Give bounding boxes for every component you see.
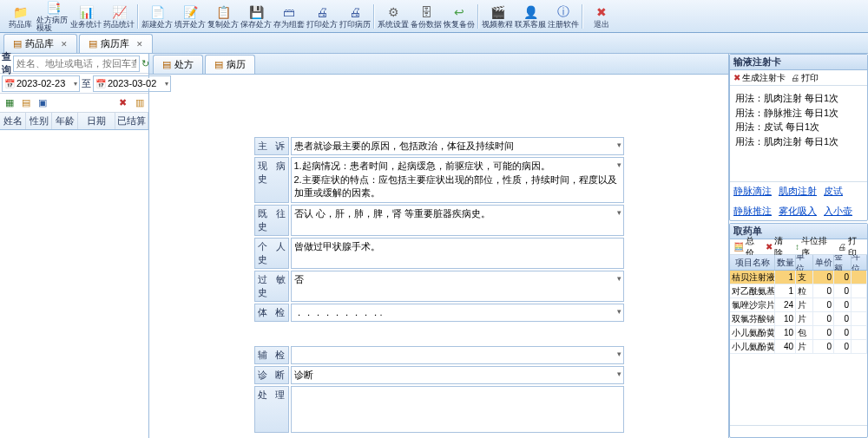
add-icon[interactable]: ▦ (3, 97, 15, 108)
search-label: 查询 (2, 50, 11, 76)
打印处方-icon: 🖨 (314, 4, 330, 20)
form-label-辅  检: 辅 检 (254, 346, 289, 364)
med-row[interactable]: 桔贝注射液1支00 (730, 271, 867, 284)
export-icon[interactable]: ▥ (134, 97, 145, 108)
form-field-处  理[interactable] (291, 386, 624, 433)
route-link-雾化吸入[interactable]: 雾化吸入 (779, 205, 817, 218)
toolbar-复制处方[interactable]: 📋复制处方 (207, 1, 240, 32)
form-label-过敏史: 过敏史 (254, 271, 289, 302)
med-row[interactable]: 对乙酰氨基…1粒00 (730, 284, 867, 298)
新建处方-icon: 📄 (149, 4, 165, 20)
edit-icon[interactable]: ▤ (20, 97, 31, 108)
toolbar-存为组套[interactable]: 🗃存为组套 (273, 1, 306, 32)
tab-药品库[interactable]: ▤药品库✕ (3, 34, 77, 53)
delete-icon[interactable]: ✖ (117, 97, 128, 108)
药品库-icon: 📁 (12, 4, 28, 20)
record-tab-病历[interactable]: ▤病历 (205, 55, 255, 74)
med-row[interactable]: 氯唑沙宗片24片00 (730, 298, 867, 312)
toolbar-处方病历模板[interactable]: 📑处方病历模板 (36, 1, 69, 32)
medication-list-panel: 取药单 🧮总价 ✖清除 ↕斗位排序 🖨打印 项目名称 数量 单位 单价 金额 斗… (729, 223, 868, 438)
form-label-诊  断: 诊 断 (254, 366, 289, 384)
injection-card-panel: 输液注射卡 ✖生成注射卡 🖨打印 用法：肌肉注射 每日1次用法：静脉推注 每日1… (729, 54, 868, 221)
injection-card-body: 用法：肌肉注射 每日1次用法：静脉推注 每日1次用法：皮试 每日1次用法：肌肉注… (730, 86, 867, 181)
calendar-icon: 📅 (4, 79, 15, 88)
处方病历模板-icon: 📑 (45, 1, 61, 16)
form-label-个人史: 个人史 (254, 238, 289, 269)
toolbar-药品统计[interactable]: 📈药品统计 (102, 1, 135, 32)
search-input[interactable] (13, 56, 140, 72)
联系客服-icon: 👤 (523, 4, 538, 20)
form-label-处  理: 处 理 (254, 386, 289, 433)
route-link-静脉推注[interactable]: 静脉推注 (733, 205, 772, 218)
toolbar-退出[interactable]: ✖退出 (585, 1, 618, 32)
form-field-过敏史[interactable]: 否▾ (291, 271, 624, 302)
toolbar-药品库[interactable]: 📁药品库 (3, 1, 36, 32)
toolbar-打印处方[interactable]: 🖨打印处方 (306, 1, 339, 32)
dropdown-icon[interactable]: ▾ (74, 80, 77, 88)
dropdown-icon[interactable]: ▾ (617, 349, 621, 360)
toolbar-注册软件[interactable]: ⓘ注册软件 (547, 1, 580, 32)
dropdown-icon[interactable]: ▾ (617, 160, 621, 171)
打印病历-icon: 🖨 (347, 4, 363, 20)
route-link-皮试[interactable]: 皮试 (824, 185, 843, 198)
toolbar-视频教程[interactable]: 🎬视频教程 (481, 1, 514, 32)
main-toolbar: 📁药品库📑处方病历模板📊业务统计📈药品统计📄新建处方📝填开处方📋复制处方💾保存处… (0, 0, 868, 33)
col-settled[interactable]: 已结算 (115, 113, 148, 129)
form-field-主  诉[interactable]: 患者就诊最主要的原因，包括政治，体征及持续时间▾ (291, 137, 624, 155)
toolbar-业务统计[interactable]: 📊业务统计 (69, 1, 102, 32)
form-field-现病史[interactable]: 1.起病情况：患者时间，起病缓急，前驱症状，可能的病因。2.主要症状的特点：应包… (291, 157, 624, 202)
col-date[interactable]: 日期 (78, 113, 115, 129)
dropdown-icon[interactable]: ▾ (617, 207, 621, 219)
date-from-input[interactable] (16, 78, 72, 88)
注册软件-icon: ⓘ (556, 4, 571, 20)
med-row[interactable]: 双氯芬酸钠…10片00 (730, 312, 867, 326)
record-tab-处方[interactable]: ▤处方 (153, 55, 203, 74)
calendar-icon: 📅 (95, 79, 106, 88)
form-label-现病史: 现病史 (254, 157, 289, 202)
toolbar-新建处方[interactable]: 📄新建处方 (141, 1, 174, 32)
视频教程-icon: 🎬 (490, 4, 505, 20)
toolbar-打印病历[interactable]: 🖨打印病历 (339, 1, 372, 32)
col-sex[interactable]: 性别 (26, 113, 52, 129)
col-name[interactable]: 姓名 (0, 113, 26, 129)
tab-病历库[interactable]: ▤病历库✕ (79, 34, 153, 53)
injection-route-links: 静脉滴注肌肉注射皮试静脉推注雾化吸入入小壶 (730, 181, 867, 220)
form-field-诊  断[interactable]: 诊断▾ (291, 366, 624, 384)
close-icon[interactable]: ✕ (61, 40, 68, 49)
medication-footer (730, 425, 867, 437)
print-card-button[interactable]: 🖨打印 (791, 72, 819, 84)
toolbar-备份数据[interactable]: 🗄备份数据 (410, 1, 443, 32)
route-link-静脉滴注[interactable]: 静脉滴注 (733, 185, 772, 198)
middle-panel: ▤处方▤病历 主 诉患者就诊最主要的原因，包括政治，体征及持续时间▾现病史1.起… (149, 54, 729, 438)
复制处方-icon: 📋 (215, 4, 231, 20)
toolbar-填开处方[interactable]: 📝填开处方 (174, 1, 207, 32)
left-panel: 查询 ↻ 📅 ▾ 至 📅 ▾ ▦ ▤ ▣ ✖ ▥ 姓名 (0, 54, 149, 438)
close-icon[interactable]: ✕ (136, 40, 143, 49)
copy-icon[interactable]: ▣ (36, 97, 48, 108)
form-field-既往史[interactable]: 否认 心，肝，肺，脾，肾 等重要脏器疾病史。▾ (291, 205, 624, 236)
med-row[interactable]: 小儿氨酚黄…10包00 (730, 326, 867, 340)
record-tabbar: ▤处方▤病历 (149, 54, 728, 75)
refresh-icon[interactable]: ↻ (141, 58, 149, 69)
保存处方-icon: 💾 (248, 4, 264, 20)
generate-card-button[interactable]: ✖生成注射卡 (733, 72, 786, 84)
route-link-肌肉注射[interactable]: 肌肉注射 (779, 185, 817, 198)
med-row[interactable]: 小儿氨酚黄…40片00 (730, 340, 867, 354)
toolbar-联系客服[interactable]: 👤联系客服 (514, 1, 547, 32)
dropdown-icon[interactable]: ▾ (617, 273, 621, 284)
dropdown-icon[interactable]: ▾ (617, 369, 621, 380)
app-tabbar: ▤药品库✕▤病历库✕ (0, 33, 868, 54)
toolbar-保存处方[interactable]: 💾保存处方 (240, 1, 273, 32)
药品统计-icon: 📈 (111, 4, 127, 20)
form-field-个人史[interactable]: 曾做过甲状腺手术。 (291, 238, 624, 269)
恢复备份-icon: ↩ (451, 4, 467, 20)
dropdown-icon[interactable]: ▾ (617, 306, 621, 317)
route-link-入小壶[interactable]: 入小壶 (824, 205, 852, 218)
toolbar-恢复备份[interactable]: ↩恢复备份 (443, 1, 476, 32)
col-age[interactable]: 年龄 (52, 113, 78, 129)
form-field-体  检[interactable]: ．．．．．．．．．.▾ (291, 304, 624, 322)
form-field-辅  检[interactable]: ▾ (291, 346, 624, 364)
dropdown-icon[interactable]: ▾ (617, 140, 621, 151)
填开处方-icon: 📝 (182, 4, 198, 20)
toolbar-系统设置[interactable]: ⚙系统设置 (377, 1, 410, 32)
